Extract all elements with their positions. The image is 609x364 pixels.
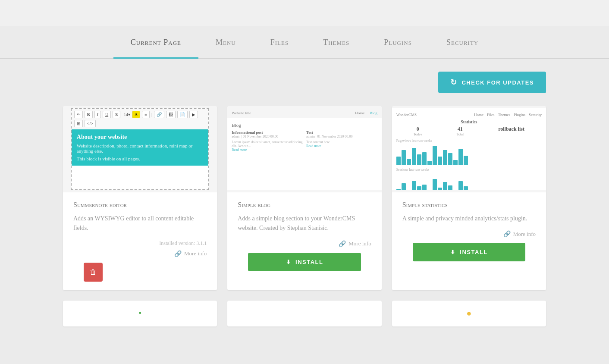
delete-button-summernote[interactable]: 🗑 xyxy=(84,263,103,282)
stats-numbers: 0 Today 41 Total rollback list xyxy=(396,126,542,136)
install-label-stats: INSTALL xyxy=(460,249,487,255)
sn-code: </> xyxy=(85,120,96,127)
blog-preview-body: Blog Informational post admin | 01 Novem… xyxy=(227,118,381,190)
sn-table: ⊞ xyxy=(74,120,83,127)
blog-site-name: Website title xyxy=(232,111,251,115)
trash-icon: 🗑 xyxy=(90,268,97,276)
card-bottom-actions-summernote: 🗑 xyxy=(73,263,207,282)
sn-size: 14▾ xyxy=(124,112,130,117)
plugin-card-body-stats: Simple statistics A simple and privacy m… xyxy=(392,192,546,261)
check-updates-label: CHECK FOR UPDATES xyxy=(461,79,534,86)
plugins-grid: ✏ B I U S̶ 14▾ A ≡ | 🔗 🖼 📄 ▶ ⊞ xyxy=(63,106,546,290)
plugin-name-blog: Simple blog xyxy=(238,201,371,209)
tab-files[interactable]: Files xyxy=(253,26,306,59)
check-updates-button[interactable]: ↻ CHECK FOR UPDATES xyxy=(438,72,546,93)
sn-heading: About your website xyxy=(77,134,204,141)
sn-italic: I xyxy=(94,111,101,118)
blog-preview-header: Website title Home Blog xyxy=(227,108,381,118)
sn-video: ▶ xyxy=(189,111,198,118)
summernote-preview: ✏ B I U S̶ 14▾ A ≡ | 🔗 🖼 📄 ▶ ⊞ xyxy=(71,108,210,190)
bar-chart-2 xyxy=(396,173,542,190)
sn-link: 🔗 xyxy=(154,111,164,118)
install-button-stats[interactable]: ⬇ INSTALL xyxy=(413,243,525,261)
install-button-blog[interactable]: ⬇ INSTALL xyxy=(248,253,361,271)
top-bar xyxy=(0,0,609,26)
check-updates-row: ↻ CHECK FOR UPDATES xyxy=(63,72,546,93)
link-icon-blog: 🔗 xyxy=(339,240,346,248)
blog-post-row-1: Informational post admin | 01 November 2… xyxy=(232,130,377,152)
refresh-icon: ↻ xyxy=(450,78,458,87)
plugin-card-partial-2 xyxy=(227,301,381,326)
more-info-label-stats: More info xyxy=(513,231,536,238)
card-bottom-actions-stats: ⬇ INSTALL xyxy=(402,243,536,261)
plugin-card-stats: WonderCMS Home Files Themes Plugins Secu… xyxy=(392,106,546,290)
plugins-grid-bottom: • ● xyxy=(63,301,546,326)
link-icon-summernote: 🔗 xyxy=(174,250,182,257)
sn-toolbar: ✏ B I U S̶ 14▾ A ≡ | 🔗 🖼 📄 ▶ ⊞ xyxy=(72,109,209,129)
link-icon-stats: 🔗 xyxy=(503,230,511,238)
tab-security[interactable]: Security xyxy=(429,26,496,59)
plugin-card-image-summernote: ✏ B I U S̶ 14▾ A ≡ | 🔗 🖼 📄 ▶ ⊞ xyxy=(63,106,217,192)
main-content: ↻ CHECK FOR UPDATES ✏ B I U S̶ 14▾ A ≡ xyxy=(46,59,563,339)
plugin-card-body-blog: Simple blog Adds a simple blog section t… xyxy=(227,192,381,271)
plugin-desc-blog: Adds a simple blog section to your Wonde… xyxy=(238,214,371,233)
plugin-desc-stats: A simple and privacy minded analytics/st… xyxy=(402,214,536,223)
tab-themes[interactable]: Themes xyxy=(306,26,367,59)
plugin-card-partial-1: • xyxy=(63,301,217,326)
plugin-card-blog: Website title Home Blog Blog Information… xyxy=(227,106,381,290)
stats-header-row: WonderCMS Home Files Themes Plugins Secu… xyxy=(396,113,542,117)
sn-image: 🖼 xyxy=(166,111,176,118)
plugin-card-partial-3: ● xyxy=(392,301,546,326)
plugin-card-body-summernote: Summernote editor Adds an WYSIWYG editor… xyxy=(63,192,217,282)
sn-body: Website description, photo, contact info… xyxy=(77,143,204,154)
blog-title: Blog xyxy=(232,122,377,128)
sn-underline: U xyxy=(103,111,111,118)
card-bottom-actions-blog: ⬇ INSTALL xyxy=(238,253,371,271)
sn-sep: | xyxy=(151,112,152,117)
nav-tabs: Current page Menu Files Themes Plugins S… xyxy=(0,26,609,59)
tab-plugins[interactable]: Plugins xyxy=(367,26,429,59)
tab-current-page[interactable]: Current page xyxy=(113,26,198,59)
download-icon-stats: ⬇ xyxy=(450,249,456,255)
blog-post-col-2: Test admin | 01 November 2020 00:00 Test… xyxy=(306,130,377,152)
indicator-yellow: ● xyxy=(466,308,471,318)
plugin-more-info-blog: 🔗 More info xyxy=(238,240,371,248)
install-label-blog: INSTALL xyxy=(295,259,323,265)
more-info-link-summernote[interactable]: 🔗 More info xyxy=(174,250,207,257)
blog-nav: Home Blog xyxy=(355,111,377,115)
more-info-link-stats[interactable]: 🔗 More info xyxy=(503,230,536,238)
plugin-card-image-blog: Website title Home Blog Blog Information… xyxy=(227,106,381,192)
more-info-link-blog[interactable]: 🔗 More info xyxy=(339,240,371,248)
sn-tool-icon: ✏ xyxy=(74,111,83,118)
stats-preview: WonderCMS Home Files Themes Plugins Secu… xyxy=(392,108,546,190)
plugin-desc-summernote: Adds an WYSIWYG editor to all content ed… xyxy=(73,214,207,233)
stats-chart-area: Pageviews last two weeks xyxy=(396,139,542,178)
plugin-card-summernote: ✏ B I U S̶ 14▾ A ≡ | 🔗 🖼 📄 ▶ ⊞ xyxy=(63,106,217,290)
sn-bold: B xyxy=(85,111,93,118)
sn-file: 📄 xyxy=(177,111,188,118)
stats-main-title: Statistics xyxy=(396,119,542,124)
plugin-more-info-summernote: 🔗 More info xyxy=(73,250,207,257)
plugin-more-info-stats: 🔗 More info xyxy=(402,230,536,238)
more-info-label-summernote: More info xyxy=(184,250,207,257)
download-icon-blog: ⬇ xyxy=(286,259,292,265)
indicator-green: • xyxy=(138,308,141,318)
sn-color: A xyxy=(132,111,140,118)
sn-content: About your website Website description, … xyxy=(72,129,209,166)
sn-footer: This block is visible on all pages. xyxy=(77,156,204,161)
plugin-version-summernote: Installed version: 3.1.1 xyxy=(73,240,207,247)
tab-menu[interactable]: Menu xyxy=(198,26,253,59)
plugin-name-summernote: Summernote editor xyxy=(73,201,207,209)
blog-preview: Website title Home Blog Blog Information… xyxy=(227,108,381,190)
more-info-label-blog: More info xyxy=(348,240,371,247)
plugin-card-image-stats: WonderCMS Home Files Themes Plugins Secu… xyxy=(392,106,546,192)
bar-chart-1 xyxy=(396,144,542,165)
sn-strikethrough: S̶ xyxy=(113,111,120,118)
plugin-name-stats: Simple statistics xyxy=(402,201,536,209)
sn-align: ≡ xyxy=(142,111,150,118)
blog-post-col-1: Informational post admin | 01 November 2… xyxy=(232,130,303,152)
